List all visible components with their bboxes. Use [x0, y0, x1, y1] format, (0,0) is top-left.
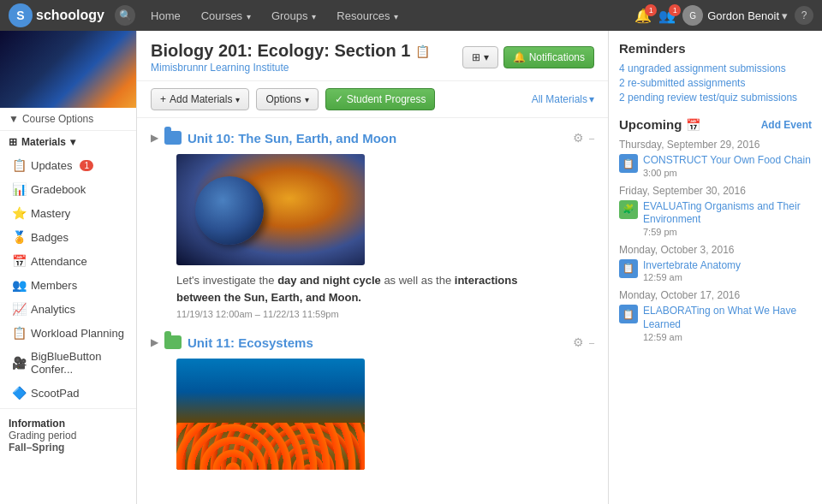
- edit-icon[interactable]: 📋: [415, 44, 430, 58]
- sidebar-label-gradebook: Gradebook: [31, 183, 86, 196]
- avatar: G: [682, 5, 703, 26]
- sidebar-item-bigbluebutton[interactable]: 🎥 BigBlueButton Confer...: [0, 345, 136, 381]
- content-header: Biology 201: Ecology: Section 1 📋 Mimisb…: [137, 31, 608, 81]
- event-icon-2: 📋: [619, 259, 638, 278]
- unit10-image: [176, 154, 365, 265]
- sidebar-item-updates[interactable]: 📋 Updates 1: [0, 153, 136, 177]
- analytics-icon: 📈: [12, 302, 26, 316]
- date-label-3: Monday, October 17, 2016: [619, 289, 812, 301]
- event-icon-3: 📋: [619, 305, 638, 323]
- nav-home[interactable]: Home: [142, 4, 189, 27]
- sidebar-label-workload: Workload Planning: [31, 327, 124, 340]
- event-name-3[interactable]: ELABORATing on What We Have Learned: [643, 305, 812, 331]
- add-event-link[interactable]: Add Event: [761, 119, 812, 131]
- sidebar-item-gradebook[interactable]: 📊 Gradebook: [0, 177, 136, 201]
- add-materials-label: Add Materials: [170, 93, 232, 105]
- sidebar-label-updates: Updates: [31, 159, 72, 172]
- all-materials-link[interactable]: All Materials ▾: [532, 93, 594, 105]
- logo[interactable]: S schoology: [9, 3, 104, 27]
- add-materials-button[interactable]: + Add Materials ▾: [151, 88, 249, 110]
- updates-badge: 1: [80, 160, 93, 171]
- attendance-icon: 📅: [12, 254, 26, 268]
- event-row-0: 📋 CONSTRUCT Your Own Food Chain 3:00 pm: [619, 154, 812, 178]
- unit10-toggle[interactable]: ▶: [151, 132, 158, 144]
- user-menu[interactable]: G Gordon Benoit ▾: [682, 5, 788, 26]
- logo-text: schoology: [36, 8, 104, 23]
- unit10-header: ▶ Unit 10: The Sun, Earth, and Moon ⚙ –: [151, 127, 594, 149]
- event-row-3: 📋 ELABORATing on What We Have Learned 12…: [619, 305, 812, 341]
- event-icon-0: 📋: [619, 154, 638, 173]
- unit11-folder-icon: [164, 335, 182, 350]
- grid-icon: ⊞: [9, 136, 17, 148]
- event-name-0[interactable]: CONSTRUCT Your Own Food Chain: [643, 154, 812, 168]
- nav-groups[interactable]: Groups ▾: [263, 4, 325, 27]
- materials-group[interactable]: ⊞ Materials ▾: [0, 131, 136, 153]
- event-time-3: 12:59 am: [643, 332, 812, 342]
- event-details-1: EVALUATing Organisms and Their Environme…: [643, 200, 812, 237]
- event-time-1: 7:59 pm: [643, 227, 812, 237]
- unit10-gear-icon[interactable]: ⚙: [573, 131, 584, 145]
- notifications-button[interactable]: 🔔 Notifications: [503, 46, 594, 68]
- unit10-title[interactable]: Unit 10: The Sun, Earth, and Moon: [188, 131, 568, 145]
- unit10-folder-icon: [164, 130, 182, 145]
- unit11-row: ▶ Unit 11: Ecosystems ⚙ –: [151, 331, 594, 470]
- unit11-title[interactable]: Unit 11: Ecosystems: [188, 335, 568, 350]
- right-panel: Reminders 4 ungraded assignment submissi…: [608, 31, 822, 504]
- gradebook-icon: 📊: [12, 182, 26, 196]
- nav-courses[interactable]: Courses ▾: [193, 4, 259, 27]
- breadcrumb[interactable]: Mimisbrunnr Learning Institute: [151, 62, 289, 74]
- sidebar-label-members: Members: [31, 279, 77, 292]
- reminder-link-1[interactable]: 2 re-submitted assignments: [619, 77, 812, 89]
- nav-resources[interactable]: Resources ▾: [328, 4, 407, 27]
- mastery-icon: ⭐: [12, 206, 26, 220]
- event-row-1: 🧩 EVALUATing Organisms and Their Environ…: [619, 200, 812, 237]
- sidebar-item-workload-planning[interactable]: 📋 Workload Planning: [0, 321, 136, 345]
- options-button[interactable]: Options ▾: [256, 88, 318, 110]
- scootpad-icon: 🔷: [12, 386, 26, 400]
- reminder-link-2[interactable]: 2 pending review test/quiz submissions: [619, 92, 812, 104]
- logo-icon: S: [9, 3, 33, 27]
- user-name: Gordon Benoit: [707, 9, 779, 22]
- notif-badge-2: 1: [669, 4, 681, 16]
- unit11-gear-icon[interactable]: ⚙: [573, 335, 584, 349]
- reminder-link-0[interactable]: 4 ungraded assignment submissions: [619, 62, 812, 74]
- grading-period-value: Fall–Spring: [9, 442, 128, 454]
- event-row-2: 📋 Invertebrate Anatomy 12:59 am: [619, 259, 812, 283]
- notifications-label: Notifications: [529, 51, 585, 63]
- date-label-0: Thursday, September 29, 2016: [619, 139, 812, 151]
- materials-label: Materials: [21, 136, 66, 148]
- notification-bell-2[interactable]: 👥 1: [658, 8, 676, 24]
- unit11-gear-separator: –: [589, 337, 594, 347]
- sidebar-item-badges[interactable]: 🏅 Badges: [0, 225, 136, 249]
- sidebar-item-mastery[interactable]: ⭐ Mastery: [0, 201, 136, 225]
- sidebar-item-members[interactable]: 👥 Members: [0, 273, 136, 297]
- student-progress-button[interactable]: ✓ Student Progress: [325, 88, 436, 110]
- units-area: ▶ Unit 10: The Sun, Earth, and Moon ⚙ – …: [137, 118, 608, 490]
- add-icon: +: [160, 93, 166, 105]
- search-icon[interactable]: 🔍: [115, 5, 135, 26]
- unit11-image: [176, 359, 365, 470]
- course-options-arrow: ▼: [9, 113, 19, 125]
- information-label: Information: [9, 418, 128, 430]
- unit11-header: ▶ Unit 11: Ecosystems ⚙ –: [151, 331, 594, 353]
- top-navigation: S schoology 🔍 Home Courses ▾ Groups ▾ Re…: [0, 0, 822, 31]
- course-hero-image: [0, 31, 136, 108]
- upcoming-section: Upcoming 📅 Add Event Thursday, September…: [619, 117, 812, 342]
- calendar-icon: 📅: [686, 118, 700, 132]
- course-options-toggle[interactable]: ▼ Course Options: [0, 108, 136, 130]
- notification-bell-1[interactable]: 🔔 1: [634, 8, 652, 24]
- unit10-description: Let's investigate the day and night cycl…: [176, 272, 553, 305]
- help-button[interactable]: ?: [795, 6, 813, 25]
- sidebar-item-analytics[interactable]: 📈 Analytics: [0, 297, 136, 321]
- toolbar: + Add Materials ▾ Options ▾ ✓ Student Pr…: [137, 81, 608, 118]
- options-label: Options: [265, 93, 301, 105]
- all-materials-arrow: ▾: [589, 93, 594, 105]
- sidebar-label-scootpad: ScootPad: [31, 387, 79, 400]
- unit11-toggle[interactable]: ▶: [151, 336, 158, 348]
- view-toggle-button[interactable]: ⊞ ▾: [462, 46, 498, 68]
- sidebar-item-scootpad[interactable]: 🔷 ScootPad: [0, 381, 136, 405]
- sidebar-item-attendance[interactable]: 📅 Attendance: [0, 249, 136, 273]
- event-name-2[interactable]: Invertebrate Anatomy: [643, 259, 812, 273]
- event-name-1[interactable]: EVALUATing Organisms and Their Environme…: [643, 200, 812, 227]
- unit10-content: Let's investigate the day and night cycl…: [176, 154, 594, 319]
